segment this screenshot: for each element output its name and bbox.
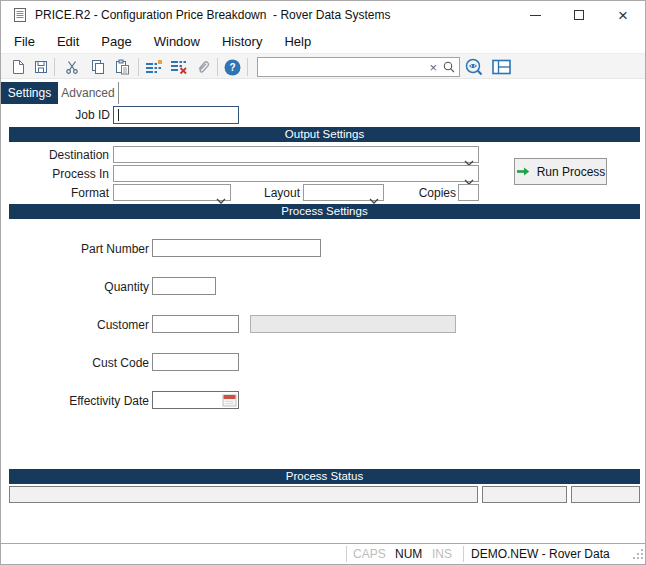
tab-advanced[interactable]: Advanced bbox=[58, 82, 119, 104]
maximize-icon bbox=[574, 10, 584, 20]
toolbar-separator bbox=[54, 58, 55, 76]
customer-name-display bbox=[250, 315, 456, 333]
menu-file[interactable]: File bbox=[11, 32, 38, 51]
run-process-button[interactable]: Run Process bbox=[514, 158, 607, 185]
close-icon: × bbox=[618, 7, 628, 24]
customer-input[interactable] bbox=[152, 315, 239, 333]
layout-view-button[interactable] bbox=[490, 56, 512, 78]
process-settings-header: Process Settings bbox=[9, 204, 640, 219]
toolbar-separator bbox=[247, 58, 248, 76]
process-in-label: Process In bbox=[9, 167, 109, 181]
part-number-input[interactable] bbox=[152, 239, 321, 257]
cut-button[interactable] bbox=[61, 56, 83, 78]
run-process-label: Run Process bbox=[537, 165, 606, 179]
paperclip-icon bbox=[195, 59, 211, 75]
help-button[interactable]: ? bbox=[221, 56, 243, 78]
cust-code-label: Cust Code bbox=[9, 356, 149, 370]
paste-icon bbox=[114, 59, 130, 75]
search-icon[interactable] bbox=[441, 61, 459, 73]
status-segment-3 bbox=[571, 486, 640, 503]
toolbar-separator bbox=[138, 58, 139, 76]
resize-grip[interactable] bbox=[633, 548, 643, 562]
job-id-input[interactable] bbox=[113, 106, 239, 124]
copies-input[interactable] bbox=[458, 184, 479, 201]
minimize-button[interactable] bbox=[513, 1, 557, 29]
help-icon: ? bbox=[224, 59, 241, 76]
list-add-icon bbox=[145, 59, 163, 75]
status-segment-main bbox=[9, 486, 478, 503]
process-status-header: Process Status bbox=[9, 469, 640, 484]
layout-view-icon bbox=[492, 59, 511, 75]
quantity-input[interactable] bbox=[152, 277, 216, 295]
list-delete-icon bbox=[170, 59, 188, 75]
part-number-label: Part Number bbox=[9, 242, 149, 256]
format-dropdown[interactable] bbox=[113, 184, 231, 201]
num-lock-indicator: NUM bbox=[395, 544, 422, 564]
statusbar-separator bbox=[346, 546, 347, 562]
insert-mode-indicator: INS bbox=[432, 544, 452, 564]
paste-button[interactable] bbox=[111, 56, 133, 78]
text-caret bbox=[118, 109, 119, 121]
search-input[interactable] bbox=[258, 59, 425, 75]
attachment-button[interactable] bbox=[192, 56, 214, 78]
menu-edit[interactable]: Edit bbox=[54, 32, 82, 51]
app-icon bbox=[12, 7, 28, 23]
destination-label: Destination bbox=[9, 148, 109, 162]
record-search-button[interactable] bbox=[463, 56, 485, 78]
list-add-button[interactable] bbox=[143, 56, 165, 78]
title-bar: PRICE.R2 - Configuration Price Breakdown… bbox=[1, 1, 645, 29]
svg-text:?: ? bbox=[229, 62, 235, 73]
clear-search-icon[interactable]: × bbox=[425, 61, 441, 74]
process-in-dropdown[interactable] bbox=[113, 165, 479, 182]
layout-label: Layout bbox=[231, 186, 300, 200]
customer-label: Customer bbox=[9, 318, 149, 332]
calendar-button[interactable] bbox=[222, 393, 237, 407]
save-button[interactable] bbox=[30, 56, 52, 78]
cut-icon bbox=[64, 59, 80, 75]
status-segment-2 bbox=[482, 486, 567, 503]
menu-history[interactable]: History bbox=[219, 32, 265, 51]
save-icon bbox=[33, 59, 49, 75]
format-label: Format bbox=[9, 186, 109, 200]
quantity-label: Quantity bbox=[9, 280, 149, 294]
tab-settings[interactable]: Settings bbox=[1, 82, 58, 104]
caps-lock-indicator: CAPS bbox=[353, 544, 386, 564]
copy-icon bbox=[90, 59, 106, 75]
new-document-icon bbox=[10, 59, 26, 75]
effectivity-date-label: Effectivity Date bbox=[9, 394, 149, 408]
search-box: × bbox=[257, 57, 460, 77]
status-bar: CAPS NUM INS DEMO.NEW - Rover Data Syste… bbox=[1, 543, 645, 564]
minimize-icon bbox=[530, 15, 541, 16]
window-title: PRICE.R2 - Configuration Price Breakdown… bbox=[35, 1, 390, 29]
menu-page[interactable]: Page bbox=[98, 32, 134, 51]
close-button[interactable]: × bbox=[601, 1, 645, 29]
destination-dropdown[interactable] bbox=[113, 146, 479, 163]
copies-label: Copies bbox=[386, 186, 456, 200]
toolbar: ? × bbox=[1, 53, 645, 79]
green-arrow-icon bbox=[516, 166, 530, 177]
calendar-icon bbox=[222, 393, 237, 407]
layout-dropdown[interactable] bbox=[303, 184, 384, 201]
search-eye-icon bbox=[464, 58, 485, 77]
session-account-label: DEMO.NEW - Rover Data Systems bbox=[471, 544, 645, 564]
new-button[interactable] bbox=[7, 56, 29, 78]
list-delete-button[interactable] bbox=[168, 56, 190, 78]
app-window: PRICE.R2 - Configuration Price Breakdown… bbox=[0, 0, 646, 565]
cust-code-input[interactable] bbox=[152, 353, 239, 371]
maximize-button[interactable] bbox=[557, 1, 601, 29]
copy-button[interactable] bbox=[87, 56, 109, 78]
statusbar-separator bbox=[463, 546, 464, 562]
menu-bar: File Edit Page Window History Help bbox=[1, 29, 645, 53]
job-id-label: Job ID bbox=[9, 108, 110, 122]
toolbar-separator bbox=[217, 58, 218, 76]
menu-help[interactable]: Help bbox=[281, 32, 314, 51]
menu-window[interactable]: Window bbox=[151, 32, 203, 51]
output-settings-header: Output Settings bbox=[9, 127, 640, 142]
